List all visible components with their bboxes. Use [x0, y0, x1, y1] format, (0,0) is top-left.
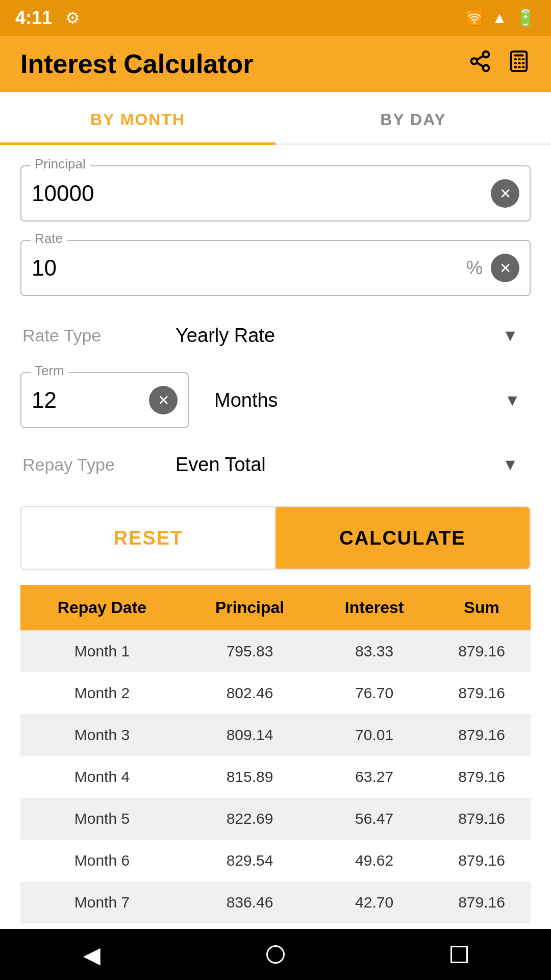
cell-principal: 822.69 — [184, 798, 316, 840]
cell-principal: 809.14 — [184, 714, 316, 756]
rate-type-value: Yearly Rate — [176, 325, 275, 347]
reset-button[interactable]: RESET — [21, 507, 276, 569]
table-header-row: Repay Date Principal Interest Sum — [20, 585, 531, 630]
rate-type-arrow-icon: ▼ — [502, 326, 518, 345]
term-label: Term — [31, 363, 68, 379]
cell-date: Month 7 — [20, 881, 184, 923]
cell-date: Month 5 — [20, 798, 184, 840]
cell-date: Month 2 — [20, 672, 184, 714]
cell-principal: 815.89 — [184, 756, 316, 798]
rate-clear-button[interactable]: ✕ — [491, 254, 519, 282]
repay-type-dropdown[interactable]: Even Total ▼ — [165, 444, 529, 486]
repay-type-value: Even Total — [176, 454, 266, 476]
results-table: Repay Date Principal Interest Sum Month … — [20, 585, 531, 965]
principal-input[interactable] — [32, 181, 491, 206]
cell-principal: 795.83 — [184, 630, 316, 672]
rate-suffix: % — [466, 257, 483, 279]
status-time: 4:11 — [15, 7, 52, 29]
cell-interest: 56.47 — [316, 798, 433, 840]
calculate-button[interactable]: CALCULATE — [276, 507, 530, 569]
cell-sum: 879.16 — [433, 672, 531, 714]
tab-by-day[interactable]: BY DAY — [276, 92, 551, 143]
cell-sum: 879.16 — [433, 630, 531, 672]
principal-label: Principal — [31, 156, 90, 172]
action-buttons: RESET CALCULATE — [20, 506, 531, 570]
table-row: Month 5822.6956.47879.16 — [20, 798, 531, 840]
table-row: Month 6829.5449.62879.16 — [20, 840, 531, 881]
status-bar: 4:11 ⚙ 🛜 ▲ 🔋 — [0, 0, 551, 36]
cell-date: Month 3 — [20, 714, 184, 756]
cell-principal: 829.54 — [184, 840, 316, 881]
battery-icon: 🔋 — [515, 8, 536, 28]
cell-sum: 879.16 — [433, 798, 531, 840]
table-row: Month 4815.8963.27879.16 — [20, 756, 531, 798]
home-button[interactable] — [266, 945, 285, 964]
repay-type-label: Repay Type — [22, 455, 165, 475]
principal-clear-button[interactable]: ✕ — [491, 179, 519, 208]
table-row: Month 7836.4642.70879.16 — [20, 881, 531, 923]
rate-type-label: Rate Type — [22, 326, 165, 346]
svg-line-4 — [477, 56, 483, 60]
nav-bar: ◀ — [0, 929, 551, 980]
cell-interest: 63.27 — [316, 756, 433, 798]
top-bar: Interest Calculator — [0, 36, 551, 92]
cell-interest: 76.70 — [316, 672, 433, 714]
cell-sum: 879.16 — [433, 714, 531, 756]
table-row: Month 2802.4676.70879.16 — [20, 672, 531, 714]
cell-interest: 49.62 — [316, 840, 433, 881]
signal-icon: ▲ — [492, 9, 507, 27]
cell-sum: 879.16 — [433, 840, 531, 881]
settings-icon: ⚙ — [65, 8, 80, 28]
repay-type-arrow-icon: ▼ — [502, 455, 518, 474]
table-row: Month 3809.1470.01879.16 — [20, 714, 531, 756]
back-button[interactable]: ◀ — [83, 942, 101, 968]
rate-label: Rate — [31, 231, 67, 247]
rate-type-row: Rate Type Yearly Rate ▼ — [20, 314, 531, 357]
rate-type-dropdown[interactable]: Yearly Rate ▼ — [165, 314, 529, 357]
term-unit-value: Months — [214, 389, 278, 411]
main-content: Principal ✕ Rate % ✕ Rate Type Yearly Ra… — [0, 145, 551, 975]
cell-principal: 802.46 — [184, 672, 316, 714]
term-group: Term ✕ — [20, 372, 189, 428]
share-icon[interactable] — [468, 50, 492, 78]
term-row: Term ✕ Months ▼ — [20, 372, 531, 428]
principal-group: Principal ✕ — [20, 165, 531, 222]
calculator-icon[interactable] — [507, 50, 531, 78]
col-header-interest: Interest — [316, 585, 433, 630]
cell-date: Month 4 — [20, 756, 184, 798]
term-unit-dropdown[interactable]: Months ▼ — [204, 379, 531, 422]
app-title: Interest Calculator — [20, 48, 254, 79]
repay-type-row: Repay Type Even Total ▼ — [20, 444, 531, 486]
col-header-sum: Sum — [433, 585, 531, 630]
svg-line-3 — [477, 63, 483, 67]
term-clear-button[interactable]: ✕ — [149, 386, 178, 414]
cell-date: Month 1 — [20, 630, 184, 672]
cell-principal: 836.46 — [184, 881, 316, 923]
col-header-principal: Principal — [184, 585, 316, 630]
wifi-icon: 🛜 — [466, 10, 484, 27]
term-input[interactable] — [32, 387, 149, 413]
tab-by-month[interactable]: BY MONTH — [0, 92, 276, 143]
cell-sum: 879.16 — [433, 756, 531, 798]
rate-group: Rate % ✕ — [20, 240, 531, 296]
recent-button[interactable] — [450, 946, 468, 963]
cell-date: Month 6 — [20, 840, 184, 881]
table-row: Month 1795.8383.33879.16 — [20, 630, 531, 672]
cell-interest: 70.01 — [316, 714, 433, 756]
term-unit-arrow-icon: ▼ — [504, 391, 520, 410]
tabs: BY MONTH BY DAY — [0, 92, 551, 145]
cell-sum: 879.16 — [433, 881, 531, 923]
col-header-repay-date: Repay Date — [20, 585, 184, 630]
cell-interest: 42.70 — [316, 881, 433, 923]
rate-input[interactable] — [32, 255, 466, 281]
cell-interest: 83.33 — [316, 630, 433, 672]
